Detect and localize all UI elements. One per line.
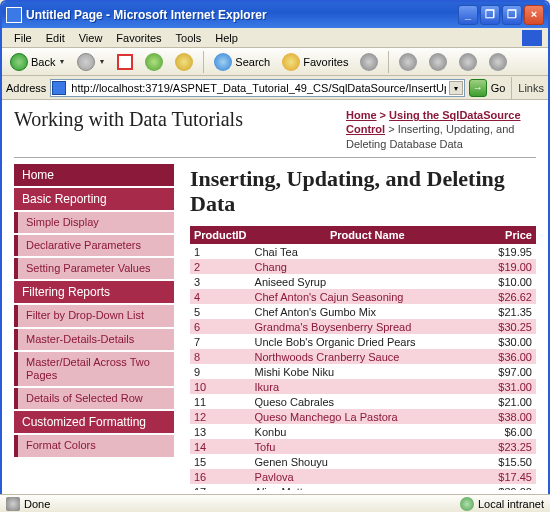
- table-cell: 7: [190, 334, 251, 349]
- restore-button[interactable]: ❐: [480, 5, 500, 25]
- breadcrumb-home[interactable]: Home: [346, 109, 377, 121]
- table-row: 11Queso Cabrales$21.00: [190, 394, 536, 409]
- address-label: Address: [6, 82, 46, 94]
- table-cell: 3: [190, 274, 251, 289]
- edit-icon: [459, 53, 477, 71]
- address-dropdown[interactable]: ▾: [449, 81, 463, 95]
- table-cell: Tofu: [251, 439, 484, 454]
- menu-edit[interactable]: Edit: [40, 30, 71, 46]
- maximize-button[interactable]: ❐: [502, 5, 522, 25]
- sidebar-header[interactable]: Customized Formatting: [14, 411, 174, 433]
- menu-file[interactable]: File: [8, 30, 38, 46]
- star-icon: [282, 53, 300, 71]
- table-cell: 6: [190, 319, 251, 334]
- table-cell: Uncle Bob's Organic Dried Pears: [251, 334, 484, 349]
- chevron-down-icon: ▼: [58, 58, 65, 65]
- stop-button[interactable]: [113, 52, 137, 72]
- menu-tools[interactable]: Tools: [170, 30, 208, 46]
- window-title: Untitled Page - Microsoft Internet Explo…: [26, 8, 458, 22]
- content-area: Working with Data Tutorials Home > Using…: [2, 100, 548, 490]
- sidebar-header[interactable]: Basic Reporting: [14, 188, 174, 210]
- table-cell: 11: [190, 394, 251, 409]
- table-row: 16Pavlova$17.45: [190, 469, 536, 484]
- go-button[interactable]: →: [469, 79, 487, 97]
- page-icon: [52, 81, 66, 95]
- table-row: 13Konbu$6.00: [190, 424, 536, 439]
- table-row: 2Chang$19.00: [190, 259, 536, 274]
- messenger-button[interactable]: [485, 51, 511, 73]
- table-cell: Aniseed Syrup: [251, 274, 484, 289]
- table-row: 15Genen Shouyu$15.50: [190, 454, 536, 469]
- sidebar-item[interactable]: Declarative Parameters: [14, 235, 174, 256]
- ie-throbber-icon: [522, 30, 542, 46]
- table-cell: Chang: [251, 259, 484, 274]
- table-cell: $38.00: [484, 409, 536, 424]
- sidebar-item[interactable]: Setting Parameter Values: [14, 258, 174, 279]
- table-cell: Chef Anton's Cajun Seasoning: [251, 289, 484, 304]
- favorites-button[interactable]: Favorites: [278, 51, 352, 73]
- table-row: 3Aniseed Syrup$10.00: [190, 274, 536, 289]
- column-header: ProductID: [190, 226, 251, 244]
- sidebar-item[interactable]: Details of Selected Row: [14, 388, 174, 409]
- mail-button[interactable]: [395, 51, 421, 73]
- sidebar-item[interactable]: Format Colors: [14, 435, 174, 456]
- table-cell: Mishi Kobe Niku: [251, 364, 484, 379]
- table-cell: 1: [190, 244, 251, 259]
- sidebar-item[interactable]: Master-Details-Details: [14, 329, 174, 350]
- back-icon: [10, 53, 28, 71]
- separator: [511, 77, 512, 99]
- table-row: 12Queso Manchego La Pastora$38.00: [190, 409, 536, 424]
- separator: [203, 51, 204, 73]
- back-button[interactable]: Back ▼: [6, 51, 69, 73]
- table-cell: $39.00: [484, 484, 536, 490]
- table-cell: Alice Mutton: [251, 484, 484, 490]
- menu-view[interactable]: View: [73, 30, 109, 46]
- table-row: 4Chef Anton's Cajun Seasoning$26.62: [190, 289, 536, 304]
- refresh-button[interactable]: [141, 51, 167, 73]
- sidebar-item[interactable]: Simple Display: [14, 212, 174, 233]
- sidebar-item[interactable]: Master/Detail Across Two Pages: [14, 352, 174, 386]
- links-label[interactable]: Links: [518, 82, 544, 94]
- close-button[interactable]: ×: [524, 5, 544, 25]
- sidebar-header[interactable]: Filtering Reports: [14, 281, 174, 303]
- table-cell: $19.95: [484, 244, 536, 259]
- status-bar: Done Local intranet: [0, 494, 550, 512]
- address-bar: Address ▾ → Go Links: [2, 76, 548, 100]
- sidebar-item[interactable]: Filter by Drop-Down List: [14, 305, 174, 326]
- search-button[interactable]: Search: [210, 51, 274, 73]
- print-button[interactable]: [425, 51, 451, 73]
- table-cell: $31.00: [484, 379, 536, 394]
- table-cell: $26.62: [484, 289, 536, 304]
- table-cell: 14: [190, 439, 251, 454]
- home-button[interactable]: [171, 51, 197, 73]
- sidebar-header[interactable]: Home: [14, 164, 174, 186]
- menu-help[interactable]: Help: [209, 30, 244, 46]
- home-icon: [175, 53, 193, 71]
- address-input[interactable]: [50, 79, 464, 97]
- table-cell: $30.25: [484, 319, 536, 334]
- table-cell: $10.00: [484, 274, 536, 289]
- menu-bar: File Edit View Favorites Tools Help: [2, 28, 548, 48]
- table-cell: 2: [190, 259, 251, 274]
- table-row: 17Alice Mutton$39.00: [190, 484, 536, 490]
- history-button[interactable]: [356, 51, 382, 73]
- minimize-button[interactable]: _: [458, 5, 478, 25]
- stop-icon: [117, 54, 133, 70]
- chevron-down-icon: ▼: [98, 58, 105, 65]
- table-row: 6Grandma's Boysenberry Spread$30.25: [190, 319, 536, 334]
- table-row: 14Tofu$23.25: [190, 439, 536, 454]
- table-cell: 13: [190, 424, 251, 439]
- edit-button[interactable]: [455, 51, 481, 73]
- table-cell: 9: [190, 364, 251, 379]
- forward-button[interactable]: ▼: [73, 51, 109, 73]
- table-cell: Queso Manchego La Pastora: [251, 409, 484, 424]
- toolbar: Back ▼ ▼ Search Favorites: [2, 48, 548, 76]
- table-cell: 17: [190, 484, 251, 490]
- table-cell: Queso Cabrales: [251, 394, 484, 409]
- table-row: 10Ikura$31.00: [190, 379, 536, 394]
- menu-favorites[interactable]: Favorites: [110, 30, 167, 46]
- table-cell: $19.00: [484, 259, 536, 274]
- table-cell: Chef Anton's Gumbo Mix: [251, 304, 484, 319]
- table-cell: $21.35: [484, 304, 536, 319]
- products-table: ProductIDProduct NamePrice 1Chai Tea$19.…: [190, 226, 536, 490]
